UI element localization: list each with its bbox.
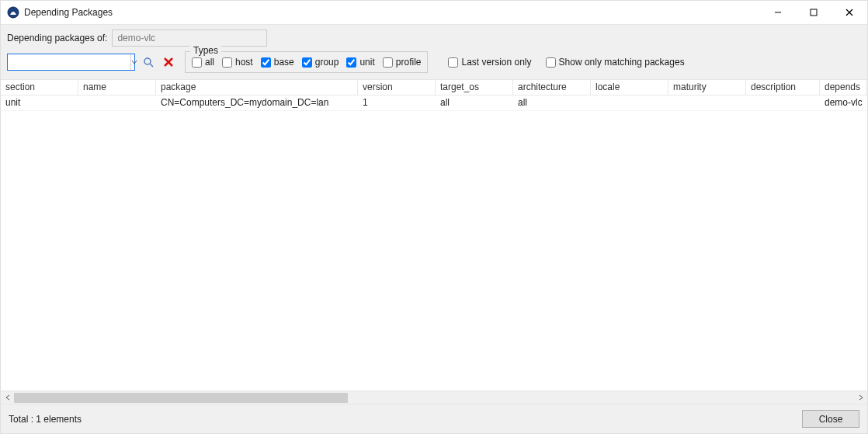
app-icon — [7, 6, 19, 19]
footer: Total : 1 elements Close — [1, 404, 867, 433]
svg-point-6 — [144, 58, 151, 64]
type-profile-checkbox[interactable]: profile — [383, 57, 422, 68]
cell-target-os: all — [436, 95, 513, 110]
types-legend: Types — [190, 45, 221, 56]
type-group-checkbox[interactable]: group — [302, 57, 339, 68]
col-header-locale[interactable]: locale — [591, 80, 668, 95]
grid-body: unit CN=Computers_DC=mydomain_DC=lan 1 a… — [1, 95, 867, 391]
search-icon[interactable] — [141, 55, 155, 69]
col-header-target-os[interactable]: target_os — [436, 80, 513, 95]
scroll-left-arrow-icon[interactable] — [1, 391, 14, 404]
scroll-thumb[interactable] — [14, 393, 348, 403]
status-label: Total : 1 elements — [9, 414, 82, 425]
svg-rect-3 — [811, 9, 817, 16]
cell-section: unit — [1, 95, 78, 110]
cell-architecture: all — [513, 95, 591, 110]
col-header-package[interactable]: package — [156, 80, 358, 95]
scroll-track[interactable] — [14, 391, 854, 404]
grid: section name package version target_os a… — [1, 80, 867, 404]
last-version-only-checkbox[interactable]: Last version only — [448, 57, 531, 68]
type-all-checkbox[interactable]: all — [192, 57, 214, 68]
filter-input[interactable] — [8, 54, 130, 70]
table-row[interactable]: unit CN=Computers_DC=mydomain_DC=lan 1 a… — [1, 95, 867, 111]
cell-maturity — [668, 95, 746, 110]
svg-line-7 — [150, 64, 153, 67]
titlebar: Depending Packages — [1, 1, 867, 24]
cell-package: CN=Computers_DC=mydomain_DC=lan — [156, 95, 358, 110]
show-matching-checkbox[interactable]: Show only matching packages — [546, 57, 685, 68]
cell-depends: demo-vlc — [820, 95, 866, 110]
col-header-description[interactable]: description — [746, 80, 820, 95]
window: Depending Packages Depending packages of… — [0, 0, 868, 434]
close-window-button[interactable] — [832, 1, 867, 24]
types-fieldset: Types all host base group unit profile — [185, 51, 428, 73]
close-button[interactable]: Close — [802, 410, 859, 428]
cell-description — [746, 95, 820, 110]
col-header-version[interactable]: version — [358, 80, 436, 95]
chevron-down-icon[interactable] — [130, 54, 137, 70]
maximize-button[interactable] — [796, 1, 832, 24]
scroll-right-arrow-icon[interactable] — [854, 391, 867, 404]
cell-version: 1 — [358, 95, 436, 110]
cell-locale — [591, 95, 668, 110]
depending-package-input — [112, 30, 267, 47]
col-header-name[interactable]: name — [78, 80, 156, 95]
col-header-depends[interactable]: depends — [820, 80, 866, 95]
col-header-architecture[interactable]: architecture — [513, 80, 591, 95]
clear-filter-icon[interactable] — [161, 55, 175, 69]
col-header-section[interactable]: section — [1, 80, 78, 95]
col-header-maturity[interactable]: maturity — [668, 80, 746, 95]
toolbar: Depending packages of: Types all host ba… — [1, 24, 867, 80]
grid-header: section name package version target_os a… — [1, 80, 867, 95]
minimize-button[interactable] — [760, 1, 796, 24]
filter-combo[interactable] — [7, 54, 135, 71]
horizontal-scrollbar[interactable] — [1, 391, 867, 404]
type-unit-checkbox[interactable]: unit — [346, 57, 374, 68]
type-host-checkbox[interactable]: host — [222, 57, 253, 68]
type-base-checkbox[interactable]: base — [261, 57, 294, 68]
cell-name — [78, 95, 156, 110]
window-title: Depending Packages — [24, 7, 113, 18]
depending-label: Depending packages of: — [7, 33, 107, 43]
